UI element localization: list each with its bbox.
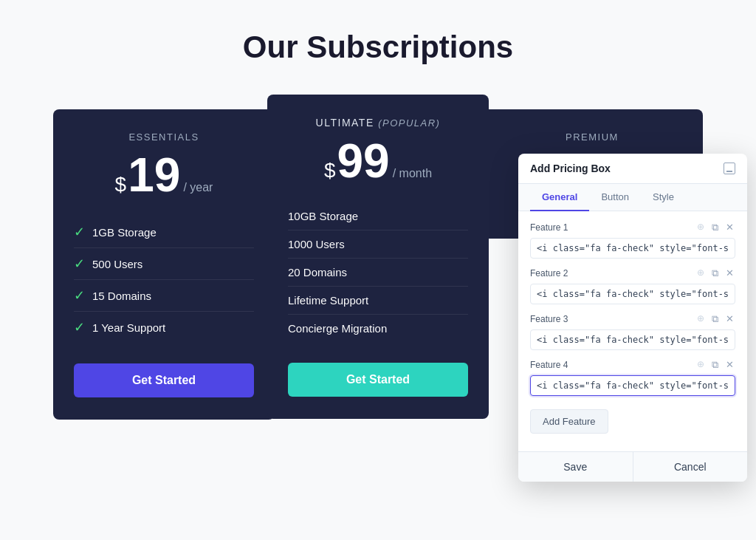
panel-body: Feature 1 ⊕ ⧉ ✕ Feature 2 ⊕ ⧉ ✕ (518, 211, 747, 451)
essentials-feature-3-text: 15 Domains (92, 290, 151, 302)
add-feature-button[interactable]: Add Feature (530, 409, 608, 434)
essentials-feature-1-text: 1GB Storage (92, 226, 157, 239)
feature-2-drag-icon[interactable]: ⊕ (695, 266, 706, 281)
feature-1-drag-icon[interactable]: ⊕ (695, 220, 706, 235)
feature-row-2-header: Feature 2 ⊕ ⧉ ✕ (530, 266, 735, 281)
ultimate-feature-3: 20 Domains (288, 259, 468, 287)
ultimate-feature-2-text: 1000 Users (288, 238, 345, 250)
ultimate-feature-5: Concierge Migration (288, 315, 468, 342)
check-icon: ✓ (74, 224, 85, 240)
essentials-get-started-button[interactable]: Get Started (74, 363, 254, 397)
feature-3-delete-icon[interactable]: ✕ (724, 312, 735, 327)
feature-2-delete-icon[interactable]: ✕ (724, 266, 735, 281)
check-icon: ✓ (74, 319, 85, 335)
feature-3-actions: ⊕ ⧉ ✕ (695, 312, 735, 327)
cards-container: ESSENTIALS $ 19 / year ✓ 1GB Storage ✓ 5… (16, 95, 740, 420)
panel-title: Add Pricing Box (530, 163, 611, 174)
feature-3-label: Feature 3 (530, 314, 568, 324)
ultimate-popular-badge: (Popular) (378, 117, 440, 129)
page-title: Our Subscriptions (243, 30, 513, 65)
feature-2-input[interactable] (530, 284, 735, 304)
ultimate-feature-2: 1000 Users (288, 230, 468, 259)
ultimate-feature-1: 10GB Storage (288, 202, 468, 230)
essentials-plan-name: ESSENTIALS (74, 131, 254, 143)
panel-tabs: General Button Style (518, 184, 747, 211)
ultimate-card: ULTIMATE (Popular) $ 99 / month 10GB Sto… (267, 95, 489, 419)
panel-footer: Save Cancel (518, 451, 747, 482)
panel-minimize-button[interactable] (724, 163, 735, 174)
essentials-price: $ 19 / year (74, 151, 254, 199)
ultimate-dollar: $ (324, 159, 336, 182)
premium-plan-name: PREMIUM (502, 131, 682, 143)
ultimate-price: $ 99 / month (288, 137, 468, 185)
ultimate-plan-name: ULTIMATE (Popular) (288, 117, 468, 129)
feature-4-drag-icon[interactable]: ⊕ (695, 358, 706, 372)
feature-4-delete-icon[interactable]: ✕ (724, 358, 735, 372)
ultimate-amount: 99 (337, 137, 390, 185)
essentials-feature-4-text: 1 Year Support (92, 321, 165, 334)
essentials-feature-1: ✓ 1GB Storage (74, 216, 254, 248)
essentials-feature-2: ✓ 500 Users (74, 248, 254, 280)
essentials-features: ✓ 1GB Storage ✓ 500 Users ✓ 15 Domains ✓… (74, 216, 254, 343)
essentials-dollar: $ (115, 173, 127, 196)
feature-row-3-header: Feature 3 ⊕ ⧉ ✕ (530, 312, 735, 327)
save-button[interactable]: Save (518, 452, 633, 482)
feature-4-actions: ⊕ ⧉ ✕ (695, 358, 735, 372)
feature-row-4-header: Feature 4 ⊕ ⧉ ✕ (530, 358, 735, 372)
feature-4-copy-icon[interactable]: ⧉ (710, 358, 720, 372)
feature-row-1: Feature 1 ⊕ ⧉ ✕ (530, 220, 735, 259)
feature-4-label: Feature 4 (530, 360, 568, 370)
feature-row-1-header: Feature 1 ⊕ ⧉ ✕ (530, 220, 735, 235)
essentials-feature-4: ✓ 1 Year Support (74, 312, 254, 343)
feature-2-actions: ⊕ ⧉ ✕ (695, 266, 735, 281)
essentials-feature-2-text: 500 Users (92, 258, 142, 270)
ultimate-feature-4: Lifetime Support (288, 287, 468, 315)
ultimate-get-started-button[interactable]: Get Started (288, 363, 468, 397)
ultimate-feature-5-text: Concierge Migration (288, 322, 387, 335)
tab-button[interactable]: Button (589, 184, 641, 211)
ultimate-feature-4-text: Lifetime Support (288, 294, 368, 307)
cancel-button[interactable]: Cancel (633, 452, 748, 482)
feature-1-input[interactable] (530, 238, 735, 259)
feature-1-delete-icon[interactable]: ✕ (724, 220, 735, 235)
feature-3-input[interactable] (530, 329, 735, 350)
tab-general[interactable]: General (530, 184, 589, 211)
essentials-card: ESSENTIALS $ 19 / year ✓ 1GB Storage ✓ 5… (53, 109, 275, 420)
feature-4-input[interactable] (530, 375, 735, 396)
feature-3-drag-icon[interactable]: ⊕ (695, 312, 706, 327)
feature-2-copy-icon[interactable]: ⧉ (710, 266, 720, 281)
essentials-feature-3: ✓ 15 Domains (74, 280, 254, 312)
feature-1-label: Feature 1 (530, 222, 568, 233)
ultimate-feature-3-text: 20 Domains (288, 266, 347, 278)
add-pricing-panel: Add Pricing Box General Button Style Fea… (518, 154, 747, 482)
feature-2-label: Feature 2 (530, 268, 568, 278)
ultimate-period: / month (393, 167, 432, 180)
check-icon: ✓ (74, 287, 85, 304)
essentials-amount: 19 (128, 151, 180, 199)
essentials-period: / year (183, 181, 213, 194)
feature-1-copy-icon[interactable]: ⧉ (710, 220, 720, 235)
tab-style[interactable]: Style (641, 184, 686, 211)
check-icon: ✓ (74, 256, 85, 272)
ultimate-feature-1-text: 10GB Storage (288, 210, 358, 222)
feature-row-2: Feature 2 ⊕ ⧉ ✕ (530, 266, 735, 304)
feature-3-copy-icon[interactable]: ⧉ (710, 312, 720, 327)
ultimate-features: 10GB Storage 1000 Users 20 Domains Lifet… (288, 202, 468, 342)
feature-1-actions: ⊕ ⧉ ✕ (695, 220, 735, 235)
feature-row-4: Feature 4 ⊕ ⧉ ✕ (530, 358, 735, 396)
feature-row-3: Feature 3 ⊕ ⧉ ✕ (530, 312, 735, 350)
panel-header: Add Pricing Box (518, 154, 747, 184)
